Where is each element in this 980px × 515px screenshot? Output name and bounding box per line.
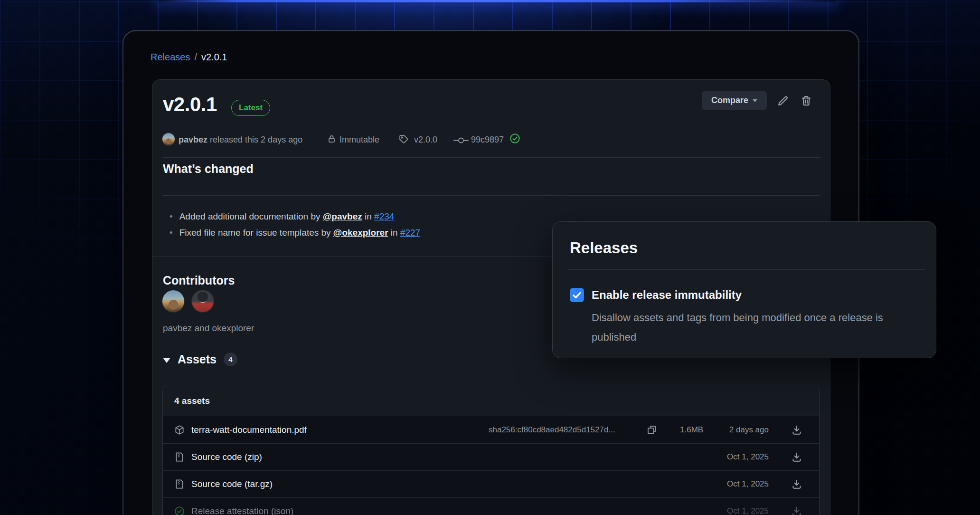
asset-date: Oct 1, 2025: [727, 506, 769, 515]
verified-badge-icon: [509, 133, 520, 144]
enable-release-immutability-checkbox[interactable]: [570, 288, 584, 302]
changelog-item: •Added additional documentation by @pavb…: [170, 209, 420, 225]
asset-file-link[interactable]: Release attestation (json): [191, 506, 293, 515]
divider: [163, 195, 820, 196]
asset-file-link[interactable]: Source code (zip): [191, 452, 262, 462]
checkmark-icon: [570, 288, 584, 302]
contributors-heading: Contributors: [163, 274, 235, 287]
commit-sha-link[interactable]: 99c9897: [471, 135, 504, 145]
asset-row: terra-watt-documentation.pdf sha256:cf80…: [163, 416, 819, 443]
checkbox-description: Disallow assets and tags from being modi…: [592, 308, 924, 347]
assets-table-header: 4 assets: [163, 385, 819, 416]
latest-badge[interactable]: Latest: [231, 100, 270, 116]
download-icon[interactable]: [792, 506, 802, 515]
release-title: v2.0.1: [163, 94, 217, 115]
asset-date: Oct 1, 2025: [727, 479, 769, 489]
releases-settings-popover: Releases Enable release immutability Dis…: [552, 221, 936, 358]
download-icon[interactable]: [792, 452, 802, 462]
author-avatar[interactable]: [162, 133, 175, 145]
pr-link[interactable]: #227: [400, 228, 420, 238]
asset-digest: sha256:cf80cd8aed482d5d1527d...: [489, 425, 615, 435]
download-icon[interactable]: [792, 479, 802, 489]
file-zip-icon: [174, 452, 185, 462]
assets-disclosure[interactable]: Assets 4: [163, 353, 237, 366]
checkbox-label: Enable release immutability: [592, 288, 742, 302]
popover-heading: Releases: [570, 239, 638, 257]
asset-size: 1.6MB: [680, 425, 703, 435]
assets-heading: Assets: [178, 353, 217, 366]
trash-icon: [801, 95, 812, 106]
asset-row: Release attestation (json) Oct 1, 2025: [163, 497, 819, 515]
copy-icon[interactable]: [647, 425, 657, 435]
pr-link[interactable]: #234: [374, 211, 394, 221]
contributor-avatar-pavbez[interactable]: [162, 290, 184, 312]
file-zip-icon: [174, 479, 185, 489]
author-name[interactable]: pavbez: [179, 135, 207, 144]
tag-icon: [399, 134, 408, 144]
asset-row: Source code (zip) Oct 1, 2025: [163, 443, 819, 470]
contributor-avatar-okexplorer[interactable]: [192, 290, 214, 312]
asset-date: 2 days ago: [729, 425, 769, 435]
tag-label: v2.0.0: [414, 135, 437, 145]
whats-changed-heading: What’s changed: [163, 162, 254, 176]
git-commit-icon: [453, 137, 469, 143]
user-link[interactable]: @pavbez: [323, 211, 362, 221]
breadcrumb: Releases/v2.0.1: [151, 52, 227, 63]
download-icon[interactable]: [792, 425, 802, 435]
released-text: released this 2 days ago: [210, 135, 302, 144]
delete-release-button[interactable]: [801, 95, 812, 106]
breadcrumb-separator: /: [194, 52, 197, 62]
contributors-caption: pavbez and okexplorer: [163, 323, 254, 334]
caret-down-icon: [163, 358, 170, 363]
assets-table: 4 assets terra-watt-documentation.pdf sh…: [162, 385, 820, 515]
asset-date: Oct 1, 2025: [727, 452, 769, 462]
divider: [568, 269, 925, 270]
chevron-down-icon: [753, 99, 757, 102]
immutable-label: Immutable: [339, 135, 379, 145]
glow-top-line: [157, 0, 836, 2]
lock-icon: [327, 134, 336, 143]
edit-release-button[interactable]: [777, 95, 789, 107]
changelog-item: •Fixed file name for issue templates by …: [170, 225, 420, 241]
user-link[interactable]: @okexplorer: [333, 228, 388, 238]
assets-count-badge: 4: [224, 353, 237, 366]
pencil-icon: [777, 95, 789, 107]
compare-label: Compare: [711, 95, 748, 105]
asset-file-link[interactable]: Source code (tar.gz): [191, 479, 273, 489]
release-author-line: pavbez released this 2 days ago: [179, 135, 302, 145]
compare-button[interactable]: Compare: [702, 91, 767, 110]
asset-file-link[interactable]: terra-watt-documentation.pdf: [191, 425, 307, 435]
verified-check-icon: [174, 506, 185, 515]
changelog-list: •Added additional documentation by @pavb…: [170, 209, 420, 241]
divider: [163, 157, 820, 158]
package-icon: [174, 425, 185, 435]
asset-row: Source code (tar.gz) Oct 1, 2025: [163, 470, 819, 497]
breadcrumb-releases-link[interactable]: Releases: [151, 52, 190, 62]
breadcrumb-current: v2.0.1: [201, 52, 227, 62]
